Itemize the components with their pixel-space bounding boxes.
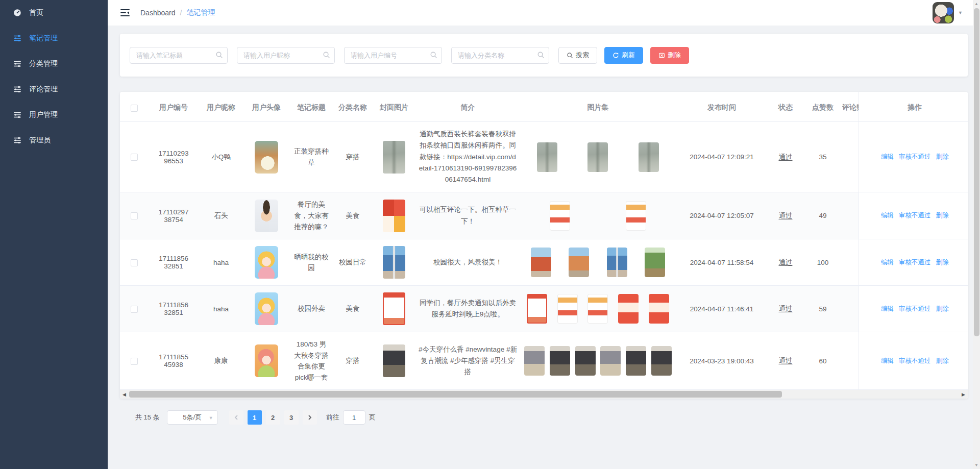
row-checkbox[interactable] (131, 358, 138, 365)
page-scrollbar-thumb[interactable] (974, 8, 979, 336)
sidebar-item-comments[interactable]: 评论管理 (0, 77, 108, 102)
gallery-image[interactable] (524, 346, 545, 376)
cell-note-title: 晒晒我的校园 (290, 239, 333, 286)
gallery-image[interactable] (626, 346, 646, 376)
chevron-down-icon: ▼ (209, 415, 213, 421)
action-audit-reject[interactable]: 审核不通过 (899, 153, 931, 160)
cover-image[interactable] (383, 344, 405, 377)
gallery-image[interactable] (618, 294, 639, 324)
gallery-image[interactable] (607, 248, 627, 277)
caret-down-icon[interactable]: ▼ (958, 10, 963, 15)
action-delete[interactable]: 删除 (936, 212, 949, 219)
sidebar-item-categories[interactable]: 分类管理 (0, 51, 108, 77)
column-header-avatar: 用户头像 (243, 92, 290, 122)
row-checkbox[interactable] (131, 259, 138, 266)
gallery-image[interactable] (569, 248, 589, 277)
collapse-sidebar-icon[interactable] (120, 8, 130, 17)
avatar[interactable] (933, 2, 954, 23)
gallery-image[interactable] (651, 346, 672, 376)
cell-nickname: 小Q鸭 (199, 122, 243, 192)
goto-page-input[interactable] (343, 410, 365, 425)
row-checkbox[interactable] (131, 154, 138, 161)
action-delete[interactable]: 删除 (936, 305, 949, 312)
action-delete[interactable]: 删除 (936, 357, 949, 364)
sidebar-item-notes[interactable]: 笔记管理 (0, 26, 108, 51)
action-audit-reject[interactable]: 审核不通过 (899, 212, 931, 219)
cover-image[interactable] (383, 292, 405, 325)
note-title-input[interactable] (130, 47, 228, 64)
cover-image[interactable] (383, 141, 405, 174)
search-button[interactable]: 搜索 (558, 47, 597, 64)
column-header-user_id: 用户编号 (148, 92, 199, 122)
gallery-image[interactable] (600, 346, 621, 376)
sidebar-item-admins[interactable]: 管理员 (0, 128, 108, 153)
page-button-3[interactable]: 3 (284, 410, 299, 425)
scroll-up-icon[interactable]: ▲ (973, 0, 980, 8)
user-menu[interactable]: ▼ (933, 2, 963, 23)
cell-nickname: haha (199, 239, 243, 286)
gallery-image[interactable] (587, 142, 608, 172)
gallery-image[interactable] (557, 294, 578, 324)
cell-category: 美食 (333, 286, 373, 332)
action-edit[interactable]: 编辑 (881, 212, 894, 219)
action-audit-reject[interactable]: 审核不通过 (899, 357, 931, 364)
sidebar-item-users[interactable]: 用户管理 (0, 102, 108, 128)
cover-image[interactable] (383, 200, 405, 232)
breadcrumb-current: 笔记管理 (186, 8, 215, 17)
scroll-right-icon[interactable]: ▶ (959, 390, 968, 399)
next-page-button[interactable] (303, 410, 317, 425)
page-buttons: 123 (246, 410, 301, 425)
content: 搜索刷新删除 用户编号用户昵称用户头像笔记标题分类名称封面图片简介图片集发布时间… (108, 26, 980, 469)
action-delete[interactable]: 删除 (936, 153, 949, 160)
search-icon (215, 51, 223, 59)
page-size-select[interactable]: 5条/页 ▼ (167, 410, 218, 425)
cover-image[interactable] (383, 246, 405, 279)
gallery-image[interactable] (645, 248, 665, 277)
gallery-image[interactable] (649, 294, 669, 324)
sidebar-item-home[interactable]: 首页 (0, 0, 108, 26)
gallery-image[interactable] (575, 346, 596, 376)
row-checkbox[interactable] (131, 306, 138, 313)
prev-page-button[interactable] (229, 410, 243, 425)
select-all-checkbox[interactable] (131, 105, 138, 112)
gallery-image[interactable] (550, 346, 570, 376)
button-label: 删除 (668, 51, 681, 60)
user-id-input[interactable] (344, 47, 442, 64)
page-button-1[interactable]: 1 (248, 410, 262, 425)
scroll-down-icon[interactable]: ▼ (973, 461, 980, 469)
column-header-time: 发布时间 (676, 92, 768, 122)
breadcrumb-separator: / (180, 9, 182, 17)
gallery-image[interactable] (527, 294, 547, 324)
action-edit[interactable]: 编辑 (881, 153, 894, 160)
gallery-image[interactable] (531, 248, 551, 277)
cell-user-id: 1711185632851 (148, 286, 199, 332)
horizontal-scrollbar-thumb[interactable] (129, 391, 782, 398)
row-checkbox[interactable] (131, 212, 138, 219)
search-icon (567, 52, 573, 59)
scroll-left-icon[interactable]: ◀ (120, 390, 129, 399)
category-name-input[interactable] (451, 47, 549, 64)
gallery-image[interactable] (639, 142, 659, 172)
gallery-image[interactable] (626, 201, 646, 231)
action-audit-reject[interactable]: 审核不通过 (899, 259, 931, 266)
user-nickname-input[interactable] (237, 47, 335, 64)
column-header-cover: 封面图片 (373, 92, 415, 122)
gallery-image[interactable] (537, 142, 557, 172)
refresh-button[interactable]: 刷新 (604, 47, 643, 64)
breadcrumb-dashboard[interactable]: Dashboard (140, 9, 176, 17)
gallery-image[interactable] (587, 294, 608, 324)
goto-suffix: 页 (369, 413, 376, 422)
horizontal-scrollbar[interactable]: ◀ ▶ (120, 390, 968, 399)
page-scrollbar[interactable]: ▲ ▼ (973, 0, 980, 469)
action-edit[interactable]: 编辑 (881, 259, 894, 266)
search-card: 搜索刷新删除 (120, 34, 968, 77)
page-button-2[interactable]: 2 (266, 410, 280, 425)
delete-button[interactable]: 删除 (650, 47, 689, 64)
action-audit-reject[interactable]: 审核不通过 (899, 305, 931, 312)
button-label: 刷新 (622, 51, 635, 60)
action-edit[interactable]: 编辑 (881, 357, 894, 364)
action-delete[interactable]: 删除 (936, 259, 949, 266)
action-edit[interactable]: 编辑 (881, 305, 894, 312)
gallery-image[interactable] (550, 201, 570, 231)
status-badge: 通过 (779, 357, 793, 364)
